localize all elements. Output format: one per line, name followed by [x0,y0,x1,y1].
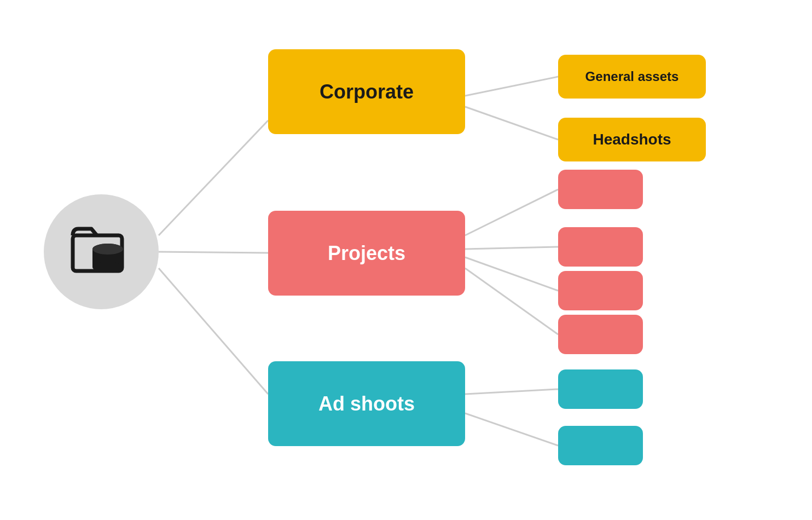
svg-line-8 [465,268,558,334]
headshots-label: Headshots [593,131,671,148]
svg-line-9 [465,389,558,394]
root-node [44,194,159,309]
node-project-1[interactable] [558,170,643,209]
svg-line-10 [465,413,558,446]
folder-database-icon [68,219,134,285]
adshoots-label: Ad shoots [318,392,415,415]
node-adshoots[interactable]: Ad shoots [268,361,465,446]
svg-point-14 [92,262,123,273]
svg-line-2 [159,268,268,394]
diagram-canvas: Corporate Projects Ad shoots General ass… [0,0,812,520]
corporate-label: Corporate [320,80,414,103]
node-adshoot-2[interactable] [558,426,643,465]
svg-point-17 [92,244,123,255]
svg-line-1 [159,252,268,253]
svg-line-7 [465,257,558,291]
node-corporate[interactable]: Corporate [268,49,465,134]
node-general-assets[interactable]: General assets [558,55,706,99]
svg-line-4 [465,107,558,140]
svg-line-6 [465,247,558,249]
node-headshots[interactable]: Headshots [558,118,706,161]
node-project-4[interactable] [558,315,643,354]
projects-label: Projects [328,242,405,265]
general-assets-label: General assets [585,69,679,84]
node-project-3[interactable] [558,271,643,310]
svg-line-5 [465,189,558,235]
svg-line-0 [159,120,268,235]
svg-line-3 [465,77,558,96]
node-project-2[interactable] [558,227,643,267]
node-adshoot-1[interactable] [558,369,643,409]
node-projects[interactable]: Projects [268,211,465,296]
